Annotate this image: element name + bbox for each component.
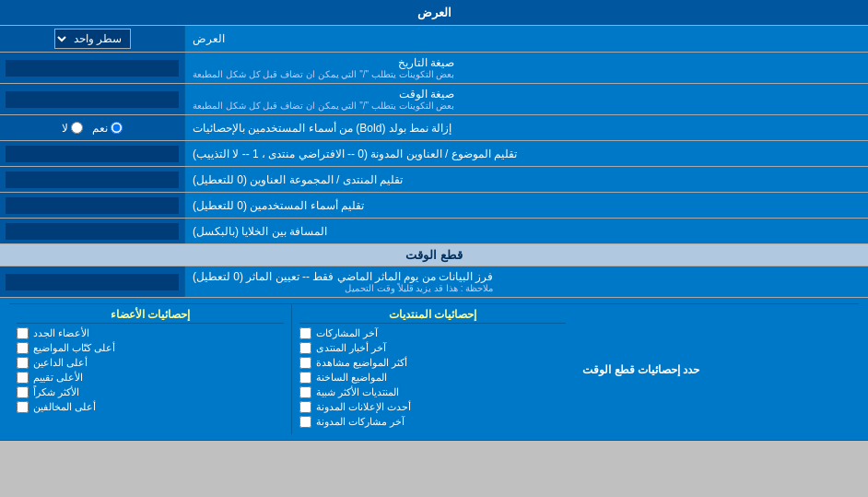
- row-topic-titles: تقليم الموضوع / العناوين المدونة (0 -- ا…: [0, 141, 868, 167]
- cb-top-violators[interactable]: أعلى المخالفين: [17, 401, 284, 413]
- msg-spacing-input-container[interactable]: 2: [0, 219, 184, 243]
- bold-remove-radio-group: نعم لا: [62, 122, 123, 135]
- stats-col-forums: إحصائيات المنتديات آخر المشاركات آخر أخب…: [291, 304, 574, 434]
- row-msg-spacing: المسافة بين الخلايا (بالبكسل) 2: [0, 219, 868, 244]
- radio-yes-label[interactable]: نعم: [92, 122, 123, 135]
- msg-spacing-field[interactable]: 2: [6, 223, 179, 240]
- forum-titles-field[interactable]: 33: [6, 172, 179, 188]
- main-container: العرض العرض سطر واحد عدة أسطر صيغة التار…: [0, 0, 868, 441]
- date-format-field[interactable]: d-m: [6, 60, 179, 77]
- cb-top-inviters-check[interactable]: [17, 357, 29, 369]
- cb-last-posts[interactable]: آخر المشاركات: [299, 327, 567, 339]
- bold-remove-label: إزالة نمط بولد (Bold) من أسماء المستخدمي…: [184, 115, 868, 140]
- cb-last-blog-posts-check[interactable]: [299, 416, 311, 428]
- stats-col2-header: إحصائيات الأعضاء: [17, 308, 284, 324]
- cb-last-blog-posts[interactable]: آخر مشاركات المدونة: [299, 416, 567, 428]
- row-usernames-trim: تقليم أسماء المستخدمين (0 للتعطيل) 0: [0, 193, 868, 219]
- forum-titles-input-container[interactable]: 33: [0, 167, 184, 192]
- cb-last-posts-check[interactable]: [299, 327, 311, 339]
- stats-col-members: إحصائيات الأعضاء الأعضاء الجدد أعلى كتّا…: [9, 304, 291, 434]
- stats-grid: حدد إحصائيات قطع الوقت إحصائيات المنتديا…: [9, 303, 859, 434]
- cuttime-section-header: قطع الوقت: [0, 244, 868, 266]
- cuttime-label: فرز البيانات من يوم الماثر الماضي فقط --…: [184, 266, 868, 297]
- title-row: العرض: [0, 0, 868, 26]
- time-format-label: صيغة الوقت بعض التكوينات يتطلب "/" التي …: [184, 84, 868, 114]
- cb-most-viewed-check[interactable]: [299, 357, 311, 369]
- cb-new-members-check[interactable]: [17, 327, 29, 339]
- cb-most-thanked[interactable]: الأكثر شكراً: [17, 386, 284, 398]
- stats-col1-header: إحصائيات المنتديات: [299, 308, 567, 324]
- usernames-trim-label: تقليم أسماء المستخدمين (0 للتعطيل): [184, 193, 868, 218]
- row-time-format: صيغة الوقت بعض التكوينات يتطلب "/" التي …: [0, 84, 868, 115]
- row-display-mode: العرض سطر واحد عدة أسطر: [0, 26, 868, 53]
- date-format-input-container[interactable]: d-m: [0, 53, 184, 83]
- cb-new-members[interactable]: الأعضاء الجدد: [17, 327, 284, 339]
- radio-yes[interactable]: [111, 122, 123, 134]
- cuttime-field[interactable]: 0: [6, 274, 179, 290]
- cb-hot-topics[interactable]: المواضيع الساخنة: [299, 372, 567, 384]
- cb-top-inviters[interactable]: أعلى الداعين: [17, 357, 284, 369]
- topic-titles-input-container[interactable]: 33: [0, 141, 184, 166]
- row-bold-remove: إزالة نمط بولد (Bold) من أسماء المستخدمي…: [0, 115, 868, 141]
- cb-most-thanked-check[interactable]: [17, 386, 29, 398]
- row-cuttime: فرز البيانات من يوم الماثر الماضي فقط --…: [0, 266, 868, 298]
- display-mode-select[interactable]: سطر واحد عدة أسطر: [54, 29, 131, 49]
- date-format-label: صيغة التاريخ بعض التكوينات يتطلب "/" الت…: [184, 53, 868, 83]
- stats-right-label: حدد إحصائيات قطع الوقت: [573, 304, 859, 434]
- usernames-trim-field[interactable]: 0: [6, 197, 179, 214]
- cb-most-similar-check[interactable]: [299, 386, 311, 398]
- msg-spacing-label: المسافة بين الخلايا (بالبكسل): [184, 219, 868, 243]
- cb-top-topic-writers-check[interactable]: [17, 342, 29, 354]
- page-title: العرض: [0, 0, 868, 25]
- time-format-input-container[interactable]: H:i: [0, 84, 184, 114]
- time-format-field[interactable]: H:i: [6, 91, 179, 108]
- cb-hot-topics-check[interactable]: [299, 372, 311, 384]
- topic-titles-label: تقليم الموضوع / العناوين المدونة (0 -- ا…: [184, 141, 868, 166]
- cb-top-rated[interactable]: الأعلى تقييم: [17, 372, 284, 384]
- cb-most-similar[interactable]: المنتديات الأكثر شبية: [299, 386, 567, 398]
- radio-no[interactable]: [71, 122, 83, 134]
- forum-titles-label: تقليم المنتدى / المجموعة العناوين (0 للت…: [184, 167, 868, 192]
- row-forum-titles: تقليم المنتدى / المجموعة العناوين (0 للت…: [0, 167, 868, 193]
- display-mode-label: العرض: [184, 26, 868, 52]
- cb-forum-news-check[interactable]: [299, 342, 311, 354]
- cb-latest-announcements-check[interactable]: [299, 401, 311, 413]
- cb-top-violators-check[interactable]: [17, 401, 29, 413]
- row-date-format: صيغة التاريخ بعض التكوينات يتطلب "/" الت…: [0, 53, 868, 84]
- stats-section: حدد إحصائيات قطع الوقت إحصائيات المنتديا…: [0, 298, 868, 441]
- cb-forum-news[interactable]: آخر أخبار المنتدى: [299, 342, 567, 354]
- cb-latest-announcements[interactable]: أحدث الإعلانات المدونة: [299, 401, 567, 413]
- cuttime-input-container[interactable]: 0: [0, 266, 184, 297]
- topic-titles-field[interactable]: 33: [6, 146, 179, 162]
- radio-no-label[interactable]: لا: [62, 122, 83, 135]
- display-mode-input[interactable]: سطر واحد عدة أسطر: [0, 26, 184, 52]
- bold-remove-input[interactable]: نعم لا: [0, 115, 184, 140]
- cb-top-rated-check[interactable]: [17, 372, 29, 384]
- usernames-trim-input-container[interactable]: 0: [0, 193, 184, 218]
- cb-top-topic-writers[interactable]: أعلى كتّاب المواضيع: [17, 342, 284, 354]
- cb-most-viewed[interactable]: أكثر المواضيع مشاهدة: [299, 357, 567, 369]
